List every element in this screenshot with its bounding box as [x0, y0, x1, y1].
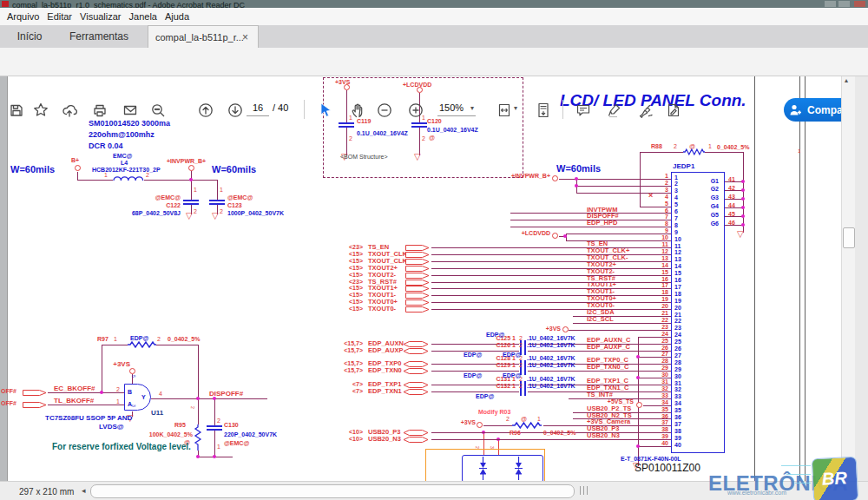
wire [431, 391, 519, 392]
scroll-left-icon[interactable]: ◂ [82, 487, 86, 495]
ground-symbol: ▽ [186, 212, 193, 220]
cap-pin2: 2 [519, 342, 523, 348]
previous-page-button[interactable] [196, 101, 215, 120]
pin-number-inner: 16 [674, 277, 681, 283]
pin-number-outer: 4 [651, 194, 668, 200]
status-bar: 297 x 210 mm ◂ [0, 481, 868, 500]
signal-page-ref: <15> [340, 251, 363, 257]
wire [431, 275, 671, 276]
tab-tools[interactable]: Ferramentas [57, 25, 141, 48]
pin-number-inner: 36 [674, 414, 681, 420]
menu-item[interactable]: Visualizar [80, 11, 122, 22]
pin-number-inner: 29 [674, 366, 681, 372]
scrollbar-grip[interactable] [580, 486, 581, 495]
pin-number-outer: 40 [651, 440, 668, 446]
r97-at: EDP@ [130, 335, 148, 341]
fill-sign-button[interactable] [664, 101, 683, 120]
pin-number-inner: 34 [674, 400, 681, 406]
u11-part: TC7SZ08FU SSOP 5P AND [45, 415, 132, 422]
scrollbar-grip[interactable] [587, 486, 588, 495]
bom-structure-box [323, 77, 523, 178]
tab-home[interactable]: Início [7, 25, 52, 48]
save-button[interactable] [7, 101, 26, 120]
net-3vs: +3VS [104, 361, 130, 368]
comment-button[interactable] [574, 101, 593, 120]
zoom-level-value[interactable]: 150% [439, 103, 464, 113]
menu-item[interactable]: Ajuda [165, 11, 189, 22]
wire [48, 405, 124, 405]
fit-width-icon [496, 102, 512, 118]
c123-at: @EMC@ [227, 194, 253, 201]
hand-tool-button[interactable] [349, 101, 368, 120]
page-number-input[interactable]: 16 [250, 103, 266, 113]
l4-pin1: 1 [104, 172, 108, 178]
highlight-button[interactable] [605, 101, 624, 120]
menu-item[interactable]: Editar [47, 11, 72, 22]
tab-close-icon[interactable]: × [242, 31, 248, 43]
menu-item[interactable]: Arquivo [7, 11, 39, 22]
gate-pin4: 4 [159, 391, 162, 397]
junction-dot [741, 223, 745, 227]
pin-number-outer: 10 [651, 234, 668, 240]
cap-pin2: 2 [519, 335, 523, 341]
select-tool-button[interactable] [319, 101, 338, 120]
vertical-scrollbar[interactable] [841, 76, 855, 481]
fit-caret-icon[interactable]: ▾ [514, 105, 517, 112]
zoom-in-icon [408, 102, 424, 118]
maximize-button[interactable] [838, 1, 850, 7]
junction-dot [741, 197, 745, 201]
c122-value: 68P_0402_50V8J [113, 210, 181, 216]
esd-diode-pair [477, 457, 490, 480]
email-button[interactable] [121, 101, 140, 120]
gpin-number: 44 [728, 202, 735, 208]
scrollbar-grip[interactable] [583, 486, 584, 495]
net-label: EDP_AUXP_C [587, 344, 630, 351]
scroll-up-icon[interactable]: ▴ [845, 77, 848, 84]
zoom-out-button[interactable] [375, 101, 394, 120]
pin-number-inner: 31 [674, 380, 681, 386]
search-icon [150, 102, 166, 118]
fit-width-button[interactable] [495, 101, 514, 120]
pin-number-inner: 12 [674, 249, 681, 255]
highlighter-icon [607, 102, 622, 118]
search-button[interactable] [148, 101, 168, 120]
c119-value: 0.1U_0402_16V4Z [357, 130, 408, 136]
clipped-net-label: OFF# [1, 388, 16, 394]
connector-part: E-T_0871K-F40N-00L [621, 456, 681, 462]
star-button[interactable] [31, 101, 50, 120]
gpin-number: 41 [728, 176, 735, 182]
vertical-scrollbar-thumb[interactable] [843, 227, 855, 248]
zoom-in-button[interactable] [406, 101, 425, 120]
wire [77, 180, 113, 181]
pin-number-outer: 3 [651, 187, 668, 193]
gate-pin5: 5 [131, 375, 135, 378]
pin-number-outer: 36 [651, 413, 668, 419]
net-b-plus: B+ [71, 157, 79, 163]
pin-number-inner: 40 [674, 442, 681, 448]
upload-cloud-button[interactable] [60, 101, 79, 120]
wire [528, 351, 671, 352]
wire [431, 247, 671, 248]
pin-number-inner: 37 [674, 421, 681, 427]
zoom-caret-icon[interactable]: ▾ [470, 105, 474, 112]
menu-item[interactable]: Janela [129, 11, 157, 22]
minimize-button[interactable] [825, 1, 836, 7]
signal-page-ref: <15> [340, 265, 363, 271]
scroll-mode-button[interactable] [534, 101, 553, 120]
net-label: USB20_N3 [587, 432, 620, 439]
fill-sign-icon [666, 102, 681, 118]
signal-page-ref: <15,7> [326, 340, 363, 346]
horizontal-scrollbar-thumb[interactable] [90, 484, 575, 498]
pin-number-outer: 16 [651, 276, 668, 282]
tab-document[interactable]: compal_la-b511p_r... × [148, 25, 259, 48]
junction-dot [636, 355, 640, 359]
gpin-label: G1 [694, 178, 719, 184]
print-button[interactable] [90, 101, 109, 120]
net-label: TS_INT# [587, 391, 613, 398]
pin-number-inner: 26 [674, 345, 681, 352]
sign-button[interactable] [636, 101, 655, 120]
r88-pin2: 2 [674, 143, 677, 149]
next-page-button[interactable] [226, 101, 245, 120]
wire [431, 439, 671, 440]
close-button[interactable] [854, 1, 865, 7]
